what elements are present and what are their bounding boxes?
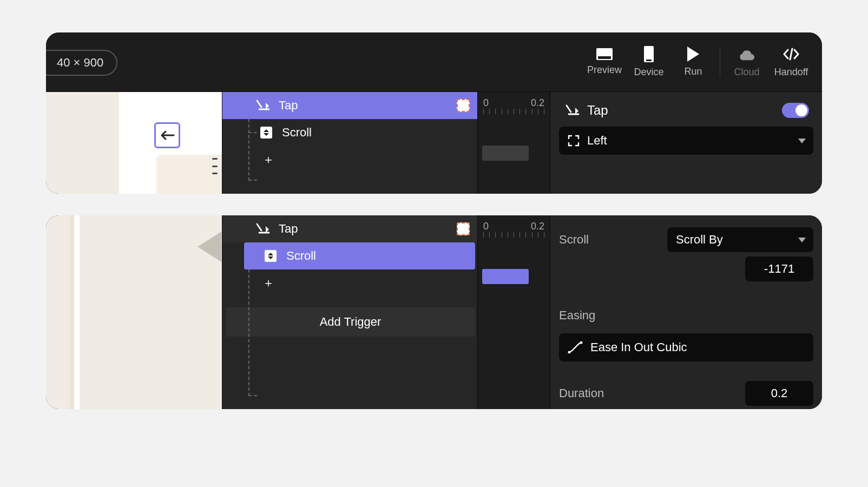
scroll-icon xyxy=(265,250,277,262)
trigger-enabled-toggle[interactable] xyxy=(782,103,809,118)
time-1: 0.2 xyxy=(531,97,544,109)
back-arrow-element[interactable] xyxy=(154,122,180,148)
easing-value: Ease In Out Cubic xyxy=(590,340,687,354)
chevron-down-icon xyxy=(798,238,806,242)
target-value: Left xyxy=(587,134,607,148)
chevron-down-icon xyxy=(798,139,806,143)
inspector-title: Tap xyxy=(587,103,782,118)
tap-icon xyxy=(565,104,580,116)
time-0: 0 xyxy=(483,97,489,109)
toolbar-separator xyxy=(720,48,720,77)
timeline-1[interactable]: 0 0.2 xyxy=(478,92,550,194)
play-icon xyxy=(687,47,699,62)
scroll-mode-select[interactable]: Scroll By xyxy=(667,227,813,252)
timeline-clip-selected[interactable] xyxy=(482,269,529,284)
code-icon xyxy=(783,46,799,62)
tap-icon xyxy=(256,223,270,235)
scroll-amount-value: -1171 xyxy=(764,262,794,276)
tap-icon xyxy=(256,100,270,111)
timeline-2[interactable]: 0 0.2 xyxy=(478,215,550,409)
trigger-row-tap[interactable]: Tap xyxy=(222,215,477,242)
add-action-button[interactable]: ＋ xyxy=(222,269,477,297)
handoff-button[interactable]: Handoff xyxy=(769,41,813,84)
add-trigger-button[interactable]: Add Trigger xyxy=(226,307,475,337)
target-swatch[interactable] xyxy=(457,222,470,235)
cloud-label: Cloud xyxy=(734,67,759,78)
preview-button[interactable]: Preview xyxy=(582,41,627,84)
canvas-dimensions-text: 40 × 900 xyxy=(57,56,103,70)
scroll-mode-value: Scroll By xyxy=(676,233,723,247)
run-button[interactable]: Run xyxy=(671,41,715,84)
ease-curve-icon xyxy=(568,341,583,353)
add-trigger-label: Add Trigger xyxy=(320,315,382,329)
trigger-row-tap[interactable]: Tap xyxy=(222,92,477,119)
scroll-prop-label: Scroll xyxy=(559,233,624,247)
preview-label: Preview xyxy=(587,64,622,76)
trigger-tap-label: Tap xyxy=(279,222,298,236)
resize-handle[interactable] xyxy=(212,158,218,174)
inspector-2: Scroll Scroll By -1171 Easing xyxy=(550,215,822,409)
canvas-preview-1[interactable] xyxy=(46,92,222,194)
target-icon xyxy=(568,135,580,147)
device-button[interactable]: Device xyxy=(627,41,671,84)
duration-input[interactable]: 0.2 xyxy=(745,381,813,406)
run-label: Run xyxy=(684,66,702,77)
canvas-dimensions-pill[interactable]: 40 × 900 xyxy=(46,50,117,76)
inspector-1: Tap Left xyxy=(550,92,822,194)
easing-label: Easing xyxy=(559,308,595,323)
action-scroll-label: Scroll xyxy=(286,249,316,263)
time-1: 0.2 xyxy=(531,221,544,232)
trigger-tree-2: ▼ Tap Scroll ＋ xyxy=(222,215,478,409)
trigger-tap-label: Tap xyxy=(279,98,298,113)
device-icon xyxy=(644,46,654,62)
add-action-button[interactable]: ＋ xyxy=(222,146,477,173)
handoff-label: Handoff xyxy=(774,67,808,78)
device-label: Device xyxy=(634,67,663,78)
time-0: 0 xyxy=(483,221,489,232)
action-row-scroll[interactable]: Scroll xyxy=(222,119,477,146)
action-scroll-label: Scroll xyxy=(282,126,312,140)
app-toolbar: 40 × 900 Preview Device Run Cloud xyxy=(46,32,822,92)
panel-bottom: ▼ Tap Scroll ＋ xyxy=(46,215,822,409)
canvas-preview-2[interactable] xyxy=(46,215,222,409)
timeline-clip[interactable] xyxy=(482,146,529,161)
panel-top: 40 × 900 Preview Device Run Cloud xyxy=(46,32,822,194)
preview-icon xyxy=(596,48,613,60)
cloud-button[interactable]: Cloud xyxy=(725,41,769,84)
easing-select[interactable]: Ease In Out Cubic xyxy=(559,333,813,361)
trigger-tree-1: ▼ Tap Scroll ＋ xyxy=(222,92,478,194)
cloud-icon xyxy=(739,46,755,62)
duration-value: 0.2 xyxy=(771,386,788,400)
target-swatch[interactable] xyxy=(457,99,470,112)
action-row-scroll-selected[interactable]: Scroll xyxy=(222,242,477,269)
arrow-left-icon xyxy=(160,130,175,141)
scroll-icon xyxy=(260,127,272,139)
back-triangle xyxy=(198,232,221,262)
target-select[interactable]: Left xyxy=(559,127,813,155)
scroll-amount-input[interactable]: -1171 xyxy=(745,256,813,281)
duration-label: Duration xyxy=(559,386,604,400)
